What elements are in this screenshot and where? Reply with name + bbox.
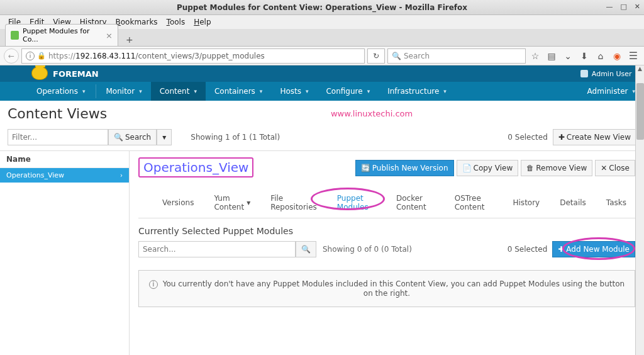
content-view-row[interactable]: Operations_View › — [0, 168, 129, 183]
reload-button[interactable]: ↻ — [367, 48, 385, 64]
empty-message: You currently don't have any Puppet Modu… — [163, 279, 625, 298]
maximize-button[interactable]: □ — [620, 3, 626, 11]
url-path: /content_views/3/puppet_modules — [135, 52, 264, 60]
tab-title: Puppet Modules for Co... — [23, 27, 102, 43]
home-icon[interactable]: ⌂ — [594, 51, 608, 61]
modules-selected-count: 0 Selected — [508, 245, 547, 254]
column-header-name: Name — [0, 151, 129, 168]
window-controls: — □ ✕ — [606, 3, 640, 11]
filter-input[interactable] — [8, 129, 108, 145]
detail-panel: Operations_View 🔄 Publish New Version 📄 … — [130, 151, 644, 355]
nav-operations[interactable]: Operations — [28, 82, 94, 101]
browser-tabstrip: Puppet Modules for Co... × + — [0, 29, 644, 47]
tab-details[interactable]: Details — [551, 189, 595, 218]
main-nav: Operations Monitor Content Containers Ho… — [0, 82, 644, 101]
content-body: Name Operations_View › Operations_View 🔄… — [0, 151, 644, 355]
tab-close-button[interactable]: × — [106, 31, 113, 40]
favicon-icon — [11, 31, 19, 40]
vertical-scrollbar[interactable]: ▲ — [635, 65, 644, 355]
admin-user-label: Admin User — [592, 70, 632, 78]
view-action-buttons: 🔄 Publish New Version 📄 Copy View 🗑 Remo… — [355, 160, 635, 176]
view-title: Operations_View — [138, 157, 253, 178]
chevron-right-icon: › — [120, 172, 123, 179]
search-dropdown-button[interactable]: ▾ — [157, 129, 172, 145]
site-info-icon[interactable]: i — [26, 52, 35, 60]
search-placeholder: Search — [404, 52, 430, 60]
filter-box: 🔍 Search ▾ — [8, 129, 172, 145]
library-icon[interactable]: ▤ — [545, 51, 558, 61]
content-view-name: Operations_View — [6, 171, 64, 179]
menu-icon[interactable]: ☰ — [626, 50, 640, 62]
tab-history[interactable]: History — [504, 189, 549, 218]
new-tab-button[interactable]: + — [122, 33, 137, 46]
modules-showing-count: Showing 0 of 0 (0 Total) — [323, 245, 412, 254]
nav-administer[interactable]: Administer — [579, 82, 644, 101]
tab-yum-content[interactable]: Yum Content ▾ — [205, 189, 259, 218]
nav-containers[interactable]: Containers — [206, 82, 271, 101]
close-window-button[interactable]: ✕ — [635, 3, 640, 11]
info-icon: i — [149, 280, 158, 289]
nav-content[interactable]: Content — [151, 82, 206, 101]
menu-bookmarks[interactable]: Bookmarks — [113, 16, 161, 28]
browser-search-box[interactable]: 🔍 Search — [387, 48, 526, 64]
downloads-icon[interactable]: ⬇ — [577, 51, 591, 61]
page-content: FOREMAN Admin User ▾ Operations Monitor … — [0, 65, 644, 355]
close-button[interactable]: ✕ Close — [595, 160, 635, 176]
pocket-icon[interactable]: ⌄ — [561, 51, 575, 61]
watermark-text: www.linuxtechi.com — [107, 109, 636, 118]
view-tabs: Versions Yum Content ▾ File Repositories… — [138, 189, 635, 218]
create-new-view-button[interactable]: ✚ Create New View — [553, 129, 636, 145]
search-icon: 🔍 — [392, 52, 401, 60]
tab-versions[interactable]: Versions — [153, 189, 203, 218]
tab-docker-content[interactable]: Docker Content — [387, 189, 443, 218]
nav-monitor[interactable]: Monitor — [97, 82, 151, 101]
nav-hosts[interactable]: Hosts — [271, 82, 317, 101]
empty-state: i You currently don't have any Puppet Mo… — [138, 270, 635, 307]
minimize-button[interactable]: — — [606, 3, 613, 11]
remove-view-button[interactable]: 🗑 Remove View — [521, 160, 592, 176]
menu-tools[interactable]: Tools — [164, 16, 189, 28]
publish-new-version-button[interactable]: 🔄 Publish New Version — [355, 160, 454, 176]
tab-puppet-modules[interactable]: Puppet Modules — [328, 189, 385, 218]
window-titlebar: Puppet Modules for Content View: Operati… — [0, 0, 644, 15]
nav-configure[interactable]: Configure — [317, 82, 379, 101]
admin-user-menu[interactable]: Admin User ▾ — [580, 70, 639, 78]
module-search-button[interactable]: 🔍 — [296, 241, 316, 257]
bookmark-star-icon[interactable]: ☆ — [528, 51, 542, 61]
menu-help[interactable]: Help — [191, 16, 214, 28]
filter-row: 🔍 Search ▾ Showing 1 of 1 (1 Total) 0 Se… — [0, 127, 644, 151]
brand-name: FOREMAN — [53, 69, 99, 79]
tab-tasks[interactable]: Tasks — [597, 189, 635, 218]
user-icon — [580, 70, 588, 77]
modules-subtitle: Currently Selected Puppet Modules — [138, 226, 635, 236]
browser-tab[interactable]: Puppet Modules for Co... × — [5, 24, 118, 46]
ubuntu-icon[interactable]: ◉ — [610, 51, 624, 61]
tab-ostree-content[interactable]: OSTree Content — [446, 189, 502, 218]
nav-infrastructure[interactable]: Infrastructure — [379, 82, 455, 101]
page-subheader: Content Views www.linuxtechi.com — [0, 101, 644, 127]
foreman-logo-icon — [31, 66, 48, 80]
url-host: 192.168.43.111 — [75, 52, 135, 60]
selected-count: 0 Selected — [508, 133, 547, 142]
address-bar[interactable]: i 🔒 https:// 192.168.43.111 /content_vie… — [21, 48, 365, 64]
page-title: Content Views — [8, 106, 107, 121]
scroll-up-arrow[interactable]: ▲ — [636, 65, 644, 72]
showing-count: Showing 1 of 1 (1 Total) — [191, 133, 280, 142]
scroll-thumb[interactable] — [636, 83, 644, 140]
divider — [96, 84, 96, 98]
tab-file-repositories[interactable]: File Repositories — [262, 189, 326, 218]
window-title: Puppet Modules for Content View: Operati… — [177, 3, 467, 12]
left-column: Name Operations_View › — [0, 151, 130, 355]
search-button[interactable]: 🔍 Search — [108, 129, 157, 145]
top-brand-bar: FOREMAN Admin User ▾ — [0, 65, 644, 82]
modules-toolbar: 🔍 Showing 0 of 0 (0 Total) 0 Selected ✚ … — [138, 241, 635, 257]
module-search-input[interactable] — [138, 241, 296, 257]
insecure-lock-icon: 🔒 — [37, 52, 46, 60]
add-new-module-button[interactable]: ✚ Add New Module — [552, 241, 635, 257]
chevron-down-icon: ▾ — [247, 198, 250, 207]
back-button[interactable]: ← — [4, 48, 19, 64]
copy-view-button[interactable]: 📄 Copy View — [457, 160, 519, 176]
browser-toolbar: ← i 🔒 https:// 192.168.43.111 /content_v… — [0, 47, 644, 65]
url-scheme: https:// — [48, 52, 75, 60]
